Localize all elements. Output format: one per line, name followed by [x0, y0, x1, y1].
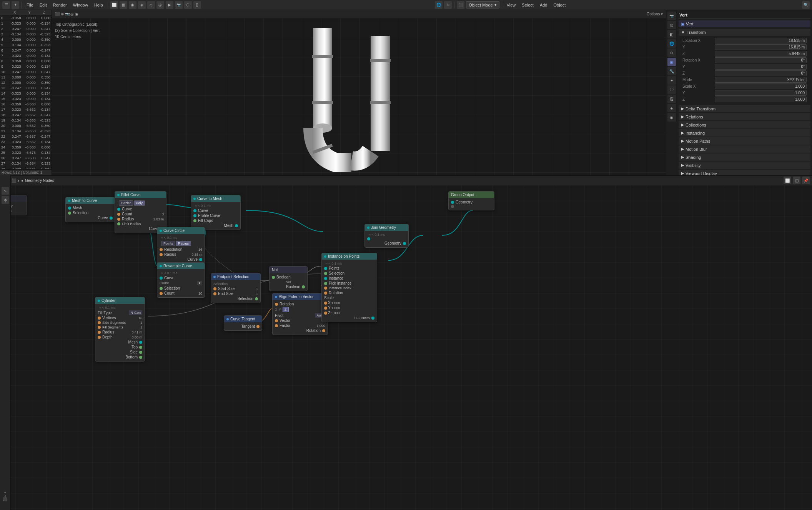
sculpting-icon[interactable]: ◉ — [129, 1, 136, 9]
not-body: Boolean Not Boolean — [270, 273, 307, 291]
viewport-options[interactable]: Options ▾ — [647, 12, 663, 16]
scripting-icon[interactable]: {} — [193, 1, 201, 9]
instance-on-points-node[interactable]: Instance on Points ≈ < 0.1 ms Points Sel… — [321, 253, 377, 322]
scale-x-value[interactable]: 1.000 — [715, 83, 807, 89]
physics-icon[interactable]: 〇 — [667, 85, 676, 94]
menu-icon[interactable]: ☰ — [2, 1, 10, 9]
view-layer-icon[interactable]: ◧ — [667, 30, 676, 38]
prop-section-header[interactable]: ▶ Viewport Display — [679, 170, 810, 175]
node-bottom-icons: ⬛ ▸ ● — [0, 495, 10, 498]
row-col-2: -6.653 — [22, 118, 37, 123]
render-props-icon[interactable]: 📷 — [667, 12, 676, 20]
world-icon[interactable]: ⊕ — [444, 1, 452, 9]
material-props-icon[interactable]: ◉ — [667, 113, 676, 122]
cc-radius-tab[interactable]: Radius — [176, 241, 191, 246]
es-end-socket — [213, 292, 216, 295]
viewport-mode-icons: ⬛ ⊕ 📷 ◎ ◉ — [55, 12, 78, 16]
layout-icon[interactable]: ⬜ — [110, 1, 118, 9]
rotation-y-value[interactable]: 0° — [715, 64, 807, 70]
scale-z-value[interactable]: 1.000 — [715, 97, 807, 102]
help-menu[interactable]: Help — [92, 3, 105, 7]
rotation-z-value[interactable]: 0° — [715, 70, 807, 76]
prop-section-header[interactable]: ▶ Motion Paths — [679, 137, 810, 145]
edit-menu[interactable]: Edit — [37, 3, 49, 7]
endpoint-selection-node[interactable]: Endpoint Selection Selection Start Size … — [211, 273, 261, 303]
output-props-icon[interactable]: ⊡ — [667, 21, 676, 29]
curve-to-mesh-node[interactable]: Curve to Mesh ≈ < 0.1 ms Curve Profile C… — [191, 195, 241, 230]
modeling-icon[interactable]: ▦ — [120, 1, 127, 9]
modifier-props-icon[interactable]: 🔧 — [667, 67, 676, 75]
add-menu[interactable]: Add — [537, 3, 550, 7]
iop-timing: ≈ < 0.1 ms — [324, 261, 374, 266]
group-output-node[interactable]: Group Output Geometry — [448, 191, 494, 210]
row-index: 4 — [0, 37, 7, 42]
align-euler-node[interactable]: Align Euler to Vector Rotation X Y Z Piv… — [272, 293, 328, 335]
go-empty-socket — [451, 205, 454, 208]
scene-icon[interactable]: 🌐 — [435, 1, 443, 9]
data-props-icon[interactable]: ◈ — [667, 104, 676, 112]
aetv-header: Align Euler to Vector — [273, 293, 328, 300]
location-x-value[interactable]: 18.515 m — [715, 38, 807, 43]
particles-icon[interactable]: ✦ — [667, 76, 676, 85]
not-node[interactable]: Not Boolean Not Boolean — [269, 266, 308, 291]
location-y-value[interactable]: 16.815 m — [715, 44, 807, 50]
node-pin-icon[interactable]: 📌 — [802, 177, 810, 184]
node-editor-canvas[interactable]: Mesh to Curve Mesh Selection Curve — [0, 185, 812, 510]
node-maximize-icon[interactable]: ⬜ — [784, 177, 791, 184]
window-menu[interactable]: Window — [71, 3, 90, 7]
fillet-poly-tab[interactable]: Poly — [134, 200, 145, 206]
transform-section: ▼ Transform Location X 18.515 m Y 16.815… — [679, 29, 810, 104]
3d-viewport[interactable]: Top Orthographic (Local) (2) Scene Colle… — [52, 18, 666, 184]
viewport-header: ⬛ ⊕ 📷 ◎ ◉ Options ▾ — [52, 10, 666, 18]
compositing-icon[interactable]: ⬡ — [184, 1, 192, 9]
cyl-header: Cylinder — [95, 297, 145, 304]
view-menu[interactable]: View — [504, 3, 518, 7]
object-mode-dropdown[interactable]: Object Mode ▾ — [466, 1, 499, 8]
cc-points-tab[interactable]: Points — [161, 241, 175, 246]
object-props-icon[interactable]: ▣ — [667, 58, 676, 66]
world-props-icon[interactable]: ⊙ — [667, 48, 676, 57]
prop-section-header[interactable]: ▶ Delta Transform — [679, 105, 810, 112]
node-overlay-icon[interactable]: ◫ — [793, 177, 800, 184]
node-move-icon[interactable]: ✥ — [2, 196, 9, 204]
row-col-1: 0.000 — [7, 37, 22, 42]
uv-icon[interactable]: ◈ — [138, 1, 146, 9]
select-menu[interactable]: Select — [519, 3, 536, 7]
animation-icon[interactable]: ▶ — [166, 1, 173, 9]
curve-tangent-node[interactable]: Curve Tangent Tangent — [224, 315, 262, 331]
prop-section-header[interactable]: ▶ Motion Blur — [679, 145, 810, 153]
aetv-z-btn[interactable]: Z — [283, 307, 289, 312]
fillet-bezier-tab[interactable]: Bezier — [119, 200, 133, 206]
cylinder-node[interactable]: Cylinder ≈ < 0.1 ms Fill Type N-Gon Vert… — [95, 297, 145, 362]
row-index: 24 — [0, 145, 7, 150]
mesh-to-curve-node[interactable]: Mesh to Curve Mesh Selection Curve — [65, 197, 115, 222]
node-breadcrumb-icon: ⬛ — [12, 178, 16, 183]
row-col-2: -6.675 — [22, 150, 37, 155]
location-z-value[interactable]: 5.9448 m — [715, 51, 807, 57]
file-menu[interactable]: File — [24, 3, 36, 7]
scene-props-icon[interactable]: 🌐 — [667, 39, 676, 48]
prop-section-header[interactable]: ▶ Visibility — [679, 162, 810, 169]
scale-x-row: Scale X 1.000 — [680, 83, 809, 90]
scale-y-value[interactable]: 1.000 — [715, 90, 807, 96]
mode-value[interactable]: XYZ Euler — [715, 77, 807, 83]
prop-section-header[interactable]: ▶ Relations — [679, 113, 810, 120]
prop-section-header[interactable]: ▶ Instancing — [679, 129, 810, 137]
transform-header[interactable]: ▼ Transform — [679, 29, 810, 36]
search-icon[interactable]: 🔍 — [802, 1, 810, 9]
shading-icon[interactable]: ◎ — [156, 1, 164, 9]
node-select-icon[interactable]: ↖ — [2, 187, 9, 195]
row-col-1: -0.000 — [7, 80, 22, 85]
rotation-x-value[interactable]: 0° — [715, 57, 807, 63]
join-geometry-node[interactable]: Join Geometry ≈ < 0.1 ms Geometry — [364, 224, 409, 248]
render-menu[interactable]: Render — [51, 3, 69, 7]
texture-icon[interactable]: ◇ — [147, 1, 155, 9]
constraints-icon[interactable]: ⛓ — [667, 95, 676, 103]
prop-section-header[interactable]: ▶ Collections — [679, 121, 810, 128]
prop-section-header[interactable]: ▶ Shading — [679, 153, 810, 161]
rendering-icon[interactable]: 📷 — [175, 1, 183, 9]
ctm-fillcaps-socket — [193, 219, 196, 222]
object-menu[interactable]: Object — [551, 3, 568, 7]
resample-curve-node[interactable]: Resample Curve ≈ < 0.1 ms Curve Count ▾ … — [157, 262, 205, 298]
curve-circle-node[interactable]: Curve Circle ≈ < 0.1 ms Points Radius Re… — [157, 227, 205, 264]
